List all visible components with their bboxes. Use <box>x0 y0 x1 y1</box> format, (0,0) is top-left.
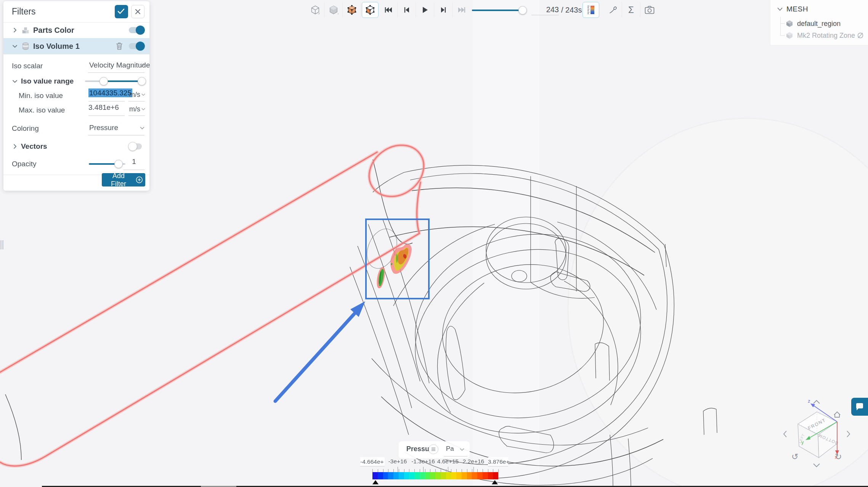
screenshot-button[interactable] <box>640 2 658 18</box>
legend-toggle-button-selected[interactable] <box>582 2 599 18</box>
unit-underline <box>128 116 145 116</box>
skip-end-icon <box>458 7 465 13</box>
legend-major-tick <box>423 467 424 472</box>
max-iso-input[interactable]: 3.481e+6 <box>88 103 125 116</box>
iso-range-slider[interactable] <box>85 80 145 82</box>
tree-connector <box>780 35 785 36</box>
previous-frame-button[interactable] <box>398 2 416 18</box>
chevron-down-icon[interactable] <box>12 43 18 49</box>
colorbar-cell <box>372 472 378 479</box>
vectors-toggle[interactable] <box>129 143 142 149</box>
legend-minor-tick <box>393 469 394 472</box>
legend-menu-button[interactable] <box>428 444 438 454</box>
tree-item-rotating-zone[interactable]: Mk2 Rotating Zone <box>786 30 855 41</box>
opacity-slider[interactable] <box>89 163 125 165</box>
legend-minor-tick <box>372 469 373 472</box>
legend-range-marker-min[interactable] <box>372 480 379 484</box>
coloring-label: Coloring <box>12 124 39 133</box>
panel-resize-handle[interactable] <box>0 240 4 249</box>
home-view-icon[interactable] <box>834 412 840 417</box>
skip-to-start-button[interactable] <box>379 2 398 18</box>
opacity-row: Opacity 1 <box>3 157 149 171</box>
play-button[interactable] <box>416 2 434 18</box>
iso-value-range-label: Iso value range <box>21 77 74 85</box>
chevron-right-icon[interactable] <box>12 143 18 149</box>
colorbar-cell <box>462 472 467 479</box>
max-iso-unit[interactable]: m/s <box>129 105 140 113</box>
min-iso-value: 1044335.325 <box>88 88 132 97</box>
rotate-ccw-icon[interactable]: ↺ <box>791 452 798 461</box>
legend-major-tick <box>473 467 474 472</box>
iso-range-max-handle[interactable] <box>138 77 146 85</box>
legend-range-marker-max[interactable] <box>492 480 498 484</box>
eye-off-icon[interactable] <box>857 32 864 39</box>
min-iso-input[interactable]: 1044335.325 <box>88 89 125 101</box>
min-iso-unit[interactable]: m/s <box>129 91 140 99</box>
colorbar-cell <box>409 472 414 479</box>
sigma-icon: Σ <box>628 5 634 14</box>
timeline-slider[interactable] <box>470 2 531 18</box>
probe-point-button[interactable] <box>604 2 622 18</box>
unit-underline <box>444 456 467 456</box>
iso-volume-visibility-toggle[interactable] <box>129 43 144 49</box>
iso-volume-blob <box>377 244 412 288</box>
next-frame-button[interactable] <box>434 2 452 18</box>
colorbar-cell <box>477 472 483 479</box>
chevron-down-icon <box>140 64 144 67</box>
render-wireframe-button[interactable] <box>306 2 324 18</box>
mesh-tree-panel: MESH default_region Mk2 Rotating Zone <box>770 0 868 45</box>
legend-minor-tick <box>388 469 388 472</box>
legend-minor-tick <box>472 469 472 472</box>
frame-input[interactable]: 243 <box>531 5 559 15</box>
application-window: Filters Parts Color <box>0 0 868 487</box>
coloring-dropdown[interactable]: Pressure <box>88 122 144 135</box>
min-iso-label: Min. iso value <box>19 92 63 100</box>
apply-button[interactable] <box>115 5 128 18</box>
render-surface-button[interactable] <box>324 2 343 18</box>
legend-tick-labels: -3e+16-1.3e+164.6e+152.2e+16 <box>372 458 498 466</box>
chevron-right-icon[interactable] <box>12 27 18 33</box>
legend-minor-tick <box>409 469 409 472</box>
mesh-wireframe-button-selected[interactable] <box>362 2 379 18</box>
legend-minor-tick <box>446 469 446 472</box>
opacity-input[interactable]: 1 <box>123 158 145 170</box>
iso-range-min-handle[interactable] <box>99 77 108 85</box>
chevron-down-icon <box>141 93 145 96</box>
chevron-down-icon <box>777 7 783 11</box>
mesh-tree-header[interactable]: MESH <box>777 5 808 13</box>
legend-minor-tick <box>383 469 383 472</box>
annotation-arrow <box>275 301 365 401</box>
delete-filter-icon[interactable] <box>115 42 124 51</box>
filter-row-iso-volume[interactable]: Iso Volume 1 <box>3 38 149 55</box>
rotate-up-arrow[interactable] <box>813 400 820 403</box>
iso-scalar-dropdown[interactable]: Velocity Magnitude <box>88 59 144 73</box>
rotate-cw-icon[interactable]: ↻ <box>835 452 842 461</box>
mesh-surface-button[interactable] <box>343 2 361 18</box>
opacity-handle[interactable] <box>114 160 123 168</box>
rotate-left-arrow[interactable] <box>784 431 786 437</box>
max-iso-row: Max. iso value 3.481e+6 m/s <box>3 103 149 117</box>
timeline-handle[interactable] <box>518 6 527 14</box>
legend-minor-tick <box>456 469 457 472</box>
filter-label: Iso Volume 1 <box>33 42 80 51</box>
cancel-button[interactable] <box>131 5 144 18</box>
iso-scalar-label: Iso scalar <box>12 62 43 70</box>
parts-color-icon <box>21 26 30 35</box>
chat-support-button[interactable] <box>851 398 868 416</box>
filter-row-parts-color[interactable]: Parts Color <box>3 22 149 39</box>
colorbar-cell <box>446 472 451 479</box>
skip-start-icon <box>385 7 392 13</box>
colorbar-cell <box>441 472 446 479</box>
chevron-down-icon[interactable] <box>12 78 18 84</box>
add-filter-button[interactable]: Add Filter <box>102 173 145 186</box>
legend-unit[interactable]: Pa <box>446 445 454 453</box>
rotate-right-arrow[interactable] <box>847 431 850 437</box>
mesh-wireframe-cube-icon <box>365 5 375 15</box>
rotate-down-arrow[interactable] <box>813 464 820 467</box>
panel-title: Filters <box>12 6 36 17</box>
statistics-button[interactable]: Σ <box>622 2 640 18</box>
parts-color-visibility-toggle[interactable] <box>129 27 144 33</box>
tree-item-default-region[interactable]: default_region <box>786 18 841 29</box>
legend-tick-label: 2.2e+16 <box>463 458 484 465</box>
skip-to-end-button[interactable] <box>452 2 470 18</box>
